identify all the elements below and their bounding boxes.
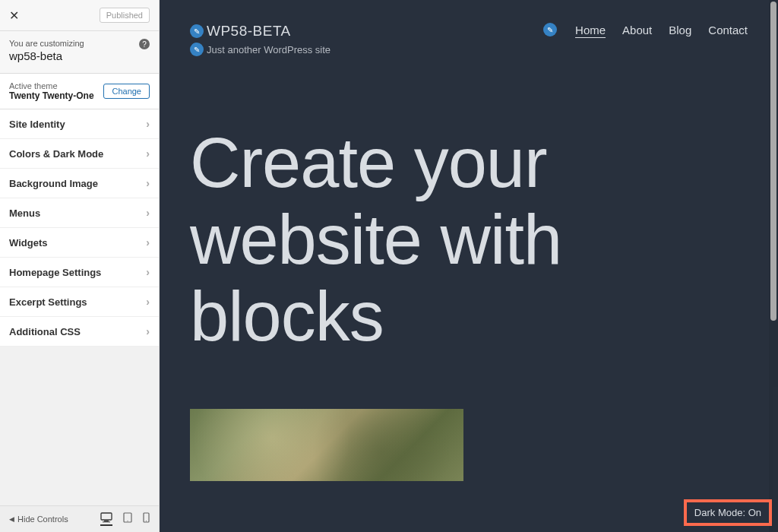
section-label: Homepage Settings	[9, 267, 101, 278]
nav-home[interactable]: Home	[575, 24, 606, 36]
panel-header: ✕ Published	[0, 0, 159, 31]
dark-mode-toggle[interactable]: Dark Mode: On	[684, 499, 772, 526]
section-excerpt-settings[interactable]: Excerpt Settings›	[0, 287, 159, 317]
scrollbar-thumb[interactable]	[770, 2, 776, 321]
site-identity: ✎ WP58-BETA ✎ Just another WordPress sit…	[190, 23, 330, 56]
nav-blog[interactable]: Blog	[669, 24, 691, 36]
site-tagline-text: Just another WordPress site	[207, 44, 330, 55]
section-menus[interactable]: Menus›	[0, 198, 159, 228]
primary-nav: ✎ Home About Blog Contact	[543, 23, 748, 36]
chevron-right-icon: ›	[146, 207, 150, 219]
preview-pane: ✎ WP58-BETA ✎ Just another WordPress sit…	[160, 0, 778, 532]
tablet-icon[interactable]	[123, 512, 132, 526]
svg-rect-2	[103, 521, 110, 522]
active-theme-row: Active theme Twenty Twenty-One Change	[0, 74, 159, 109]
device-icons	[100, 512, 150, 526]
section-background-image[interactable]: Background Image›	[0, 169, 159, 198]
section-label: Excerpt Settings	[9, 296, 87, 308]
mobile-icon[interactable]	[143, 512, 150, 526]
hide-controls-label: Hide Controls	[17, 515, 68, 524]
site-title-text: WP58-BETA	[207, 23, 291, 40]
section-label: Colors & Dark Mode	[9, 148, 103, 160]
section-label: Menus	[9, 207, 40, 219]
hero-title: Create your website with blocks	[190, 125, 748, 356]
triangle-left-icon: ◀	[9, 515, 14, 523]
chevron-right-icon: ›	[146, 266, 150, 278]
pencil-icon[interactable]: ✎	[543, 23, 557, 36]
customizing-label: You are customizing	[9, 39, 150, 48]
panel-info: You are customizing wp58-beta ?	[0, 31, 159, 74]
customizer-sidebar: ✕ Published You are customizing wp58-bet…	[0, 0, 160, 532]
section-list: Site Identity› Colors & Dark Mode› Backg…	[0, 109, 159, 347]
chevron-right-icon: ›	[146, 296, 150, 308]
pencil-icon[interactable]: ✎	[190, 43, 204, 56]
help-icon[interactable]: ?	[139, 39, 150, 49]
change-theme-button[interactable]: Change	[103, 84, 150, 99]
section-label: Site Identity	[9, 119, 65, 130]
section-homepage-settings[interactable]: Homepage Settings›	[0, 258, 159, 287]
site-tagline: ✎ Just another WordPress site	[190, 43, 330, 56]
close-icon[interactable]: ✕	[9, 8, 19, 23]
active-theme-label: Active theme	[9, 81, 94, 90]
section-colors-dark-mode[interactable]: Colors & Dark Mode›	[0, 139, 159, 169]
svg-point-4	[127, 521, 128, 521]
active-theme-name: Twenty Twenty-One	[9, 90, 94, 101]
svg-rect-0	[101, 513, 112, 520]
nav-about[interactable]: About	[622, 24, 652, 36]
pencil-icon[interactable]: ✎	[190, 24, 204, 38]
chevron-right-icon: ›	[146, 118, 150, 130]
section-label: Widgets	[9, 237, 47, 249]
site-header: ✎ WP58-BETA ✎ Just another WordPress sit…	[190, 23, 748, 56]
site-name: wp58-beta	[9, 49, 150, 62]
site-title: ✎ WP58-BETA	[190, 23, 330, 40]
desktop-icon[interactable]	[100, 512, 112, 526]
section-additional-css[interactable]: Additional CSS›	[0, 317, 159, 347]
section-widgets[interactable]: Widgets›	[0, 228, 159, 258]
svg-point-6	[146, 521, 147, 521]
hide-controls-button[interactable]: ◀Hide Controls	[9, 515, 68, 524]
hero-image	[190, 409, 463, 481]
sidebar-footer: ◀Hide Controls	[0, 505, 159, 532]
section-site-identity[interactable]: Site Identity›	[0, 109, 159, 139]
svg-rect-1	[104, 521, 109, 521]
scrollbar[interactable]	[769, 0, 778, 532]
nav-contact[interactable]: Contact	[708, 24, 748, 36]
chevron-right-icon: ›	[146, 325, 150, 337]
section-label: Additional CSS	[9, 326, 81, 337]
section-label: Background Image	[9, 178, 98, 189]
chevron-right-icon: ›	[146, 177, 150, 189]
chevron-right-icon: ›	[146, 147, 150, 160]
chevron-right-icon: ›	[146, 236, 150, 249]
published-badge: Published	[100, 8, 150, 23]
